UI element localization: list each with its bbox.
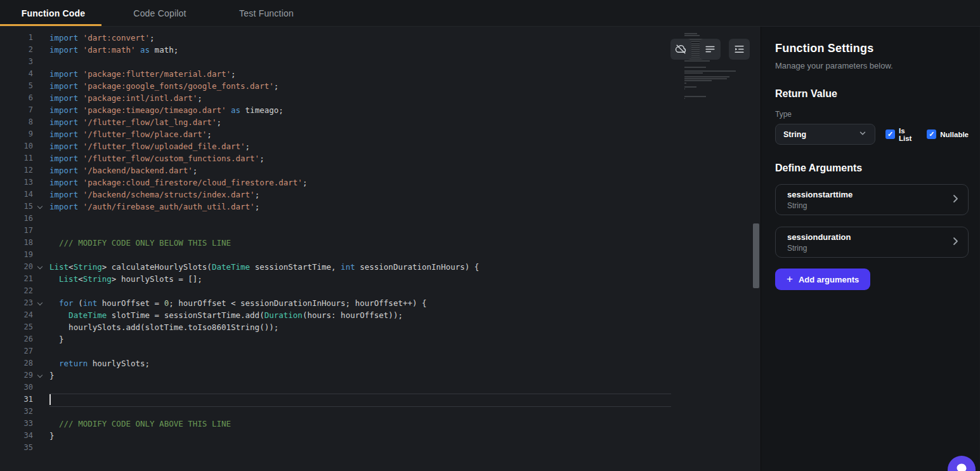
- fold-gutter: [33, 80, 49, 92]
- line-number: 9: [0, 128, 33, 140]
- checkbox-is-list[interactable]: ✓Is List: [885, 127, 918, 142]
- code-line-21[interactable]: 21 List<String> hourlySlots = [];: [0, 273, 761, 285]
- code-line-34[interactable]: 34}: [0, 430, 761, 442]
- fold-chevron-icon[interactable]: [33, 297, 49, 309]
- code-line-11[interactable]: 11import '/flutter_flow/custom_functions…: [0, 152, 761, 164]
- tab-function-code[interactable]: Function Code: [0, 0, 107, 26]
- fold-gutter: [33, 406, 49, 418]
- main-area: 1import 'dart:convert';2import 'dart:mat…: [0, 27, 980, 471]
- line-number: 30: [0, 381, 33, 394]
- chevron-down-icon: [858, 129, 867, 140]
- line-number: 21: [0, 273, 33, 285]
- code-line-7[interactable]: 7import 'package:timeago/timeago.dart' a…: [0, 104, 761, 116]
- code-line-30[interactable]: 30: [0, 381, 761, 394]
- format-align-button[interactable]: [700, 39, 721, 60]
- format-align-icon: [704, 43, 716, 55]
- code-line-18[interactable]: 18 /// MODIFY CODE ONLY BELOW THIS LINE: [0, 237, 761, 249]
- argument-type: String: [787, 244, 851, 253]
- fold-gutter: [33, 213, 49, 225]
- code-line-16[interactable]: 16: [0, 213, 761, 225]
- code-text: import 'dart:math' as math;: [49, 44, 761, 56]
- code-line-17[interactable]: 17: [0, 225, 761, 237]
- code-line-6[interactable]: 6import 'package:intl/intl.dart';: [0, 92, 761, 104]
- line-number: 3: [0, 56, 33, 68]
- code-line-13[interactable]: 13import 'package:cloud_firestore/cloud_…: [0, 176, 761, 189]
- plus-icon: +: [787, 274, 793, 284]
- chat-icon: [955, 456, 968, 471]
- code-line-35[interactable]: 35: [0, 442, 761, 454]
- code-text: [49, 442, 761, 454]
- code-text: import '/flutter_flow/custom_functions.d…: [49, 152, 761, 164]
- cloud-off-button[interactable]: [670, 39, 691, 60]
- code-line-12[interactable]: 12import '/backend/backend.dart';: [0, 164, 761, 176]
- code-text: import '/flutter_flow/uploaded_file.dart…: [49, 140, 761, 152]
- line-number: 16: [0, 213, 33, 225]
- fold-gutter: [33, 237, 49, 249]
- code-line-9[interactable]: 9import '/flutter_flow/place.dart';: [0, 128, 761, 140]
- line-number: 33: [0, 418, 33, 430]
- argument-card-sessionstarttime[interactable]: sessionstarttimeString: [775, 184, 969, 215]
- scrollbar-thumb[interactable]: [753, 223, 759, 288]
- code-line-20[interactable]: 20List<String> calculateHourlySlots(Date…: [0, 261, 761, 273]
- tab-test-function[interactable]: Test Function: [213, 0, 320, 26]
- fold-gutter: [33, 357, 49, 369]
- fold-gutter: [33, 104, 49, 116]
- define-arguments-heading: Define Arguments: [775, 163, 969, 174]
- code-text: return hourlySlots;: [49, 357, 761, 369]
- fold-chevron-icon[interactable]: [33, 369, 49, 381]
- line-number: 10: [0, 140, 33, 152]
- code-line-25[interactable]: 25 hourlySlots.add(slotTime.toIso8601Str…: [0, 321, 761, 333]
- code-line-14[interactable]: 14import '/backend/schema/structs/index.…: [0, 189, 761, 201]
- code-line-5[interactable]: 5import 'package:google_fonts/google_fon…: [0, 80, 761, 92]
- fold-gutter: [33, 442, 49, 454]
- fold-gutter: [33, 164, 49, 176]
- code-editor[interactable]: 1import 'dart:convert';2import 'dart:mat…: [0, 27, 761, 471]
- code-line-10[interactable]: 10import '/flutter_flow/uploaded_file.da…: [0, 140, 761, 152]
- fold-gutter: [33, 189, 49, 201]
- code-line-27[interactable]: 27: [0, 345, 761, 357]
- fold-gutter: [33, 430, 49, 442]
- fold-gutter: [33, 321, 49, 333]
- format-indent-button[interactable]: [729, 39, 750, 60]
- fold-gutter: [33, 333, 49, 345]
- code-line-29[interactable]: 29}: [0, 369, 761, 381]
- code-line-24[interactable]: 24 DateTime slotTime = sessionStartTime.…: [0, 309, 761, 321]
- type-row: String ✓Is List✓Nullable: [775, 124, 969, 145]
- tab-code-copilot[interactable]: Code Copilot: [107, 0, 213, 26]
- code-line-8[interactable]: 8import '/flutter_flow/lat_lng.dart';: [0, 116, 761, 128]
- fold-chevron-icon[interactable]: [33, 201, 49, 213]
- fold-gutter: [33, 394, 49, 406]
- code-text: [49, 345, 761, 357]
- code-text: List<String> hourlySlots = [];: [49, 273, 761, 285]
- function-settings-panel: Function Settings Manage your parameters…: [761, 27, 979, 471]
- checkbox-nullable[interactable]: ✓Nullable: [927, 129, 969, 139]
- code-text: import 'package:flutter/material.dart';: [49, 68, 761, 80]
- chevron-right-icon: [950, 236, 960, 249]
- code-line-2[interactable]: 2import 'dart:math' as math;: [0, 44, 761, 56]
- checkbox-box: ✓: [927, 129, 936, 139]
- fold-chevron-icon[interactable]: [33, 261, 49, 273]
- code-text: [49, 381, 761, 394]
- code-line-15[interactable]: 15import '/auth/firebase_auth/auth_util.…: [0, 201, 761, 213]
- code-line-31[interactable]: 31: [0, 394, 761, 406]
- code-line-22[interactable]: 22: [0, 285, 761, 297]
- line-number: 35: [0, 442, 33, 454]
- add-arguments-button[interactable]: + Add arguments: [775, 269, 870, 290]
- fold-gutter: [33, 225, 49, 237]
- return-type-dropdown[interactable]: String: [775, 124, 875, 145]
- code-line-33[interactable]: 33 /// MODIFY CODE ONLY ABOVE THIS LINE: [0, 418, 761, 430]
- code-line-23[interactable]: 23 for (int hourOffset = 0; hourOffset <…: [0, 297, 761, 309]
- code-text: [49, 394, 761, 406]
- line-number: 15: [0, 201, 33, 213]
- code-line-32[interactable]: 32: [0, 406, 761, 418]
- code-line-19[interactable]: 19: [0, 249, 761, 261]
- argument-card-sessionduration[interactable]: sessiondurationString: [775, 227, 969, 258]
- code-line-26[interactable]: 26 }: [0, 333, 761, 345]
- argument-name: sessionstarttime: [787, 190, 853, 199]
- checkbox-box: ✓: [885, 129, 895, 139]
- code-line-3[interactable]: 3: [0, 56, 761, 68]
- code-line-1[interactable]: 1import 'dart:convert';: [0, 32, 761, 44]
- text-cursor: [49, 394, 51, 405]
- code-line-28[interactable]: 28 return hourlySlots;: [0, 357, 761, 369]
- code-line-4[interactable]: 4import 'package:flutter/material.dart';: [0, 68, 761, 80]
